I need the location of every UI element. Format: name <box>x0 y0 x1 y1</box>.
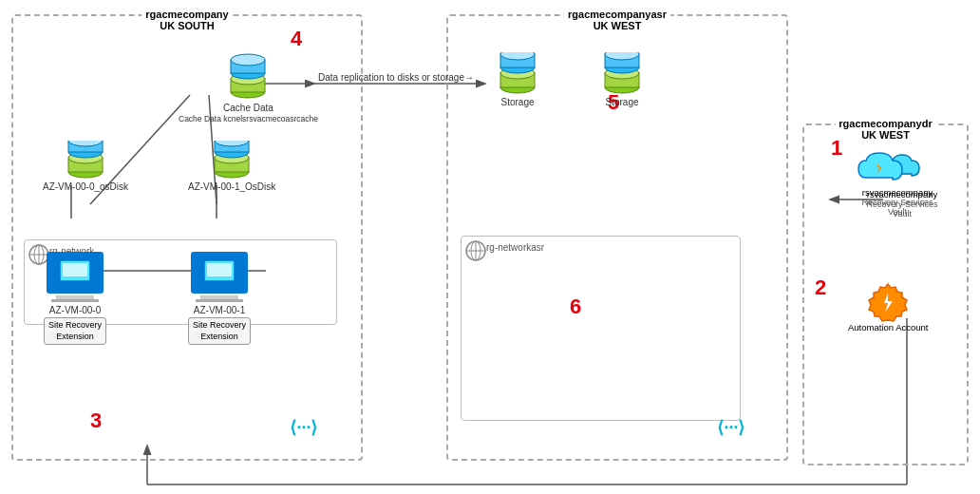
svg-rect-38 <box>207 263 232 276</box>
vault-label2: Recovery Services Vault <box>855 198 940 217</box>
step6-number: 6 <box>570 294 581 319</box>
svg-point-45 <box>500 52 535 60</box>
step3-number: 3 <box>90 408 102 433</box>
vm0-label: AZ-VM-00-0 <box>49 305 101 315</box>
osdisk1-icon: AZ-VM-00-1_OsDisk <box>188 141 275 192</box>
automation-icon: Automation Account <box>848 280 929 332</box>
vm1-label: AZ-VM-00-1 <box>194 305 245 315</box>
cache-disk-icon: Cache DataCache Data kcnelsrsvacmecoasrc… <box>179 52 318 124</box>
osdisk0-icon: AZ-VM-00-0_osDisk <box>43 141 128 192</box>
diagram-container: rgacmecompany UK SOUTH rgacmecompanyasr … <box>0 0 980 494</box>
ellipsis-source: ⟨···⟩ <box>280 416 328 439</box>
vm1-base <box>196 299 243 302</box>
network-icon-target <box>465 240 486 263</box>
target-region-label: rgacmecompanyasr UK WEST <box>564 9 670 31</box>
step2-number: 2 <box>815 276 826 300</box>
vm1-box <box>191 252 248 294</box>
source-region-label: rgacmecompany UK SOUTH <box>141 9 232 31</box>
step1-number: 1 <box>831 136 842 161</box>
vm0-icon: AZ-VM-00-0 Site RecoveryExtension <box>44 252 106 345</box>
ellipsis-target: ⟨···⟩ <box>707 416 755 439</box>
cache-disk-label: Cache DataCache Data kcnelsrsvacmecoasrc… <box>179 103 318 124</box>
storage1-label: Storage <box>500 97 534 107</box>
automation-label: Automation Account <box>848 322 929 332</box>
storage2-icon: Storage <box>598 52 646 107</box>
vault-name2: rsvacmecompany <box>855 187 940 198</box>
svg-point-51 <box>605 52 639 60</box>
vm0-base <box>51 299 99 302</box>
osdisk1-label: AZ-VM-00-1_OsDisk <box>188 181 275 192</box>
dr-region-label: rgacmecompanydr UK WEST <box>835 118 935 141</box>
vm0-box <box>47 252 104 294</box>
storage1-icon: Storage <box>494 52 541 107</box>
replication-arrow-label: Data replication to disks or storage→ <box>318 72 474 83</box>
storage2-label: Storage <box>605 97 638 107</box>
step4-number: 4 <box>291 27 302 51</box>
rg-networkasr-box: rg-networkasr <box>461 236 741 421</box>
vm1-extension: Site RecoveryExtension <box>188 317 251 345</box>
vm0-extension: Site RecoveryExtension <box>44 317 106 345</box>
svg-point-17 <box>231 54 265 66</box>
vault-cloud-icon: rsvacmecompany Recovery Services Vault <box>855 147 940 217</box>
osdisk0-label: AZ-VM-00-0_osDisk <box>43 181 128 192</box>
vm1-icon: AZ-VM-00-1 Site RecoveryExtension <box>188 252 251 345</box>
svg-rect-35 <box>63 263 87 276</box>
rg-networkasr-label: rg-networkasr <box>486 242 544 253</box>
